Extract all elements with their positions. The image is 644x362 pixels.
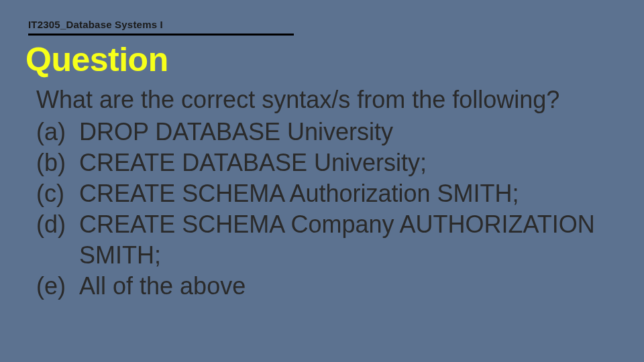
list-item: (d) CREATE SCHEMA Company AUTHORIZATION … (36, 209, 613, 271)
option-text: All of the above (79, 271, 613, 302)
header-underline (28, 34, 294, 36)
option-letter: (b) (36, 147, 79, 178)
question-prompt: What are the correct syntax/s from the f… (36, 86, 559, 114)
option-letter: (d) (36, 209, 79, 240)
option-text: DROP DATABASE University (79, 117, 613, 147)
option-letter: (e) (36, 271, 79, 302)
course-code-label: IT2305_Database Systems I (28, 19, 163, 30)
list-item: (b) CREATE DATABASE University; (36, 147, 613, 178)
list-item: (a) DROP DATABASE University (36, 117, 613, 147)
slide-heading: Question (25, 40, 168, 79)
option-text: CREATE DATABASE University; (79, 147, 613, 178)
option-letter: (c) (36, 178, 79, 209)
answer-options-list: (a) DROP DATABASE University (b) CREATE … (36, 117, 613, 302)
option-text: CREATE SCHEMA Authorization SMITH; (79, 178, 613, 209)
list-item: (e) All of the above (36, 271, 613, 302)
option-text: CREATE SCHEMA Company AUTHORIZATION SMIT… (79, 209, 613, 271)
option-letter: (a) (36, 117, 79, 147)
list-item: (c) CREATE SCHEMA Authorization SMITH; (36, 178, 613, 209)
